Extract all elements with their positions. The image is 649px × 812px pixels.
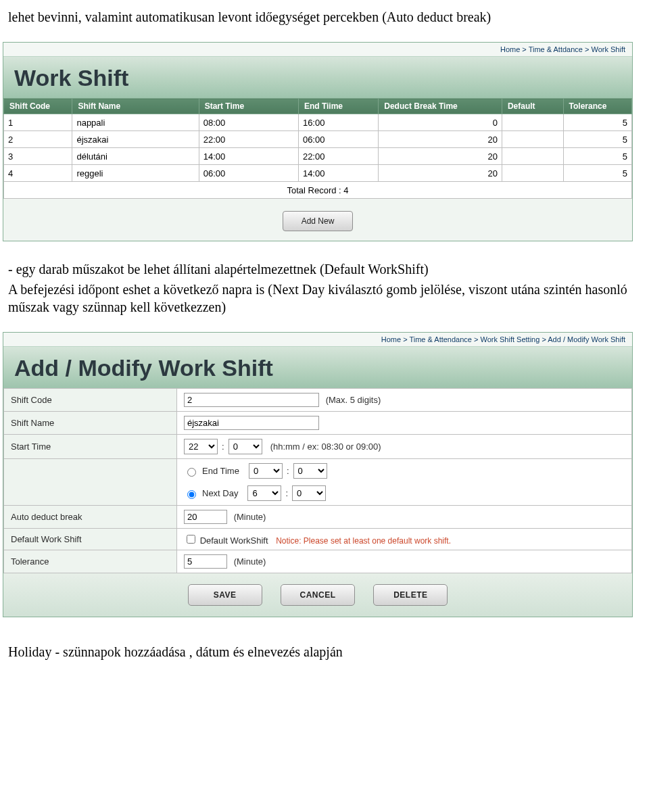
start-min-select[interactable]: 0 — [229, 439, 262, 454]
cell-end: 22:00 — [298, 148, 378, 165]
th-shift-name: Shift Name — [72, 99, 199, 114]
cell-code: 1 — [4, 114, 72, 131]
label-shift-name: Shift Name — [4, 412, 177, 435]
mid-paragraph-2-text: egy darab műszakot be lehet állítani ala… — [16, 262, 429, 277]
cell-start: 08:00 — [199, 114, 298, 131]
work-shift-table: Shift Code Shift Name Start Time End Tii… — [3, 98, 632, 199]
default-workshift-checkbox[interactable] — [187, 535, 195, 544]
label-end-time: End Time — [202, 466, 239, 476]
title-bar: Add / Modify Work Shift — [3, 347, 632, 388]
cell-deduct: 20 — [379, 131, 502, 148]
table-row[interactable]: 4reggeli06:0014:00205 — [4, 165, 632, 182]
hint-minute: (Minute) — [234, 512, 266, 522]
start-hour-select[interactable]: 22 — [184, 439, 218, 454]
total-record: Total Record : 4 — [4, 182, 632, 199]
label-auto-deduct: Auto deduct break — [4, 506, 177, 529]
th-default: Default — [502, 99, 563, 114]
page-title: Work Shift — [3, 57, 632, 98]
add-new-button[interactable]: Add New — [283, 211, 353, 231]
cell-default — [502, 114, 563, 131]
cell-default — [502, 165, 563, 182]
cell-start: 06:00 — [199, 165, 298, 182]
label-default-shift: Default Work Shift — [4, 529, 177, 550]
table-row[interactable]: 1nappali08:0016:0005 — [4, 114, 632, 131]
cell-deduct: 20 — [379, 148, 502, 165]
colon: : — [287, 466, 289, 476]
modify-work-shift-panel: Home > Time & Attendance > Work Shift Se… — [3, 332, 633, 617]
next-hour-select[interactable]: 6 — [247, 485, 281, 501]
table-row[interactable]: 2éjszakai22:0006:00205 — [4, 131, 632, 148]
tolerance-input[interactable] — [184, 554, 227, 569]
end-hour-select[interactable]: 0 — [249, 463, 283, 479]
auto-deduct-input[interactable] — [184, 510, 227, 524]
cell-tol: 5 — [563, 131, 631, 148]
outro-paragraph: Holiday - szünnapok hozzáadása , dátum é… — [0, 635, 649, 677]
end-min-select[interactable]: 0 — [293, 463, 327, 479]
cell-end: 14:00 — [298, 165, 378, 182]
breadcrumb: Home > Time & Attendance > Work Shift Se… — [3, 333, 632, 347]
cell-end: 16:00 — [298, 114, 378, 131]
form-button-bar: SAVE CANCEL DELETE — [3, 573, 632, 617]
th-shift-code: Shift Code — [4, 99, 72, 114]
cancel-button[interactable]: CANCEL — [281, 584, 355, 606]
title-bar: Work Shift — [3, 57, 632, 98]
cell-name: reggeli — [72, 165, 199, 182]
breadcrumb: Home > Time & Attdance > Work Shift — [3, 43, 632, 57]
work-shift-list-panel: Home > Time & Attdance > Work Shift Work… — [3, 42, 633, 241]
intro-paragraph-1: lehet bevinni, valamint automatikusan le… — [0, 0, 649, 42]
table-row[interactable]: 3délutáni14:0022:00205 — [4, 148, 632, 165]
cell-default — [502, 148, 563, 165]
label-end-block — [4, 459, 177, 506]
next-min-select[interactable]: 0 — [292, 485, 326, 501]
dash: - — [8, 262, 16, 277]
cell-deduct: 20 — [379, 165, 502, 182]
delete-button[interactable]: DELETE — [373, 584, 448, 606]
cell-name: délutáni — [72, 148, 199, 165]
cell-tol: 5 — [563, 165, 631, 182]
cell-code: 3 — [4, 148, 72, 165]
th-tolerance: Tolerance — [563, 99, 631, 114]
label-start-time: Start Time — [4, 435, 177, 459]
cell-deduct: 0 — [379, 114, 502, 131]
button-bar: Add New — [3, 199, 632, 241]
cell-name: éjszakai — [72, 131, 199, 148]
label-default-checkbox: Default WorkShift — [200, 535, 268, 546]
next-day-radio[interactable] — [187, 490, 196, 499]
colon: : — [222, 441, 224, 452]
cell-start: 22:00 — [199, 131, 298, 148]
label-next-day: Next Day — [202, 488, 238, 498]
th-end-time: End Tiime — [298, 99, 378, 114]
cell-tol: 5 — [563, 148, 631, 165]
cell-code: 4 — [4, 165, 72, 182]
label-tolerance: Tolerance — [4, 550, 177, 573]
cell-default — [502, 131, 563, 148]
cell-name: nappali — [72, 114, 199, 131]
mid-paragraph-3: A befejezési időpont eshet a következő n… — [0, 281, 649, 332]
hint-start: (hh:mm / ex: 08:30 or 09:00) — [270, 441, 381, 452]
notice-default-shift: Notice: Please set at least one default … — [276, 536, 451, 546]
mid-paragraph-2: - egy darab műszakot be lehet állítani a… — [0, 241, 649, 281]
cell-code: 2 — [4, 131, 72, 148]
hint-code: (Max. 5 digits) — [326, 395, 381, 405]
save-button[interactable]: SAVE — [188, 584, 262, 606]
hint-minute: (Minute) — [234, 556, 266, 567]
shift-code-input[interactable] — [184, 393, 319, 407]
label-shift-code: Shift Code — [4, 389, 177, 412]
cell-end: 06:00 — [298, 131, 378, 148]
end-time-radio[interactable] — [187, 468, 196, 477]
cell-start: 14:00 — [199, 148, 298, 165]
cell-tol: 5 — [563, 114, 631, 131]
work-shift-form: Shift Code (Max. 5 digits) Shift Name St… — [3, 388, 632, 573]
colon: : — [285, 488, 288, 498]
th-start-time: Start Time — [199, 99, 298, 114]
shift-name-input[interactable] — [184, 416, 319, 430]
page-title: Add / Modify Work Shift — [3, 347, 632, 388]
th-deduct: Deduct Break Time — [379, 99, 502, 114]
